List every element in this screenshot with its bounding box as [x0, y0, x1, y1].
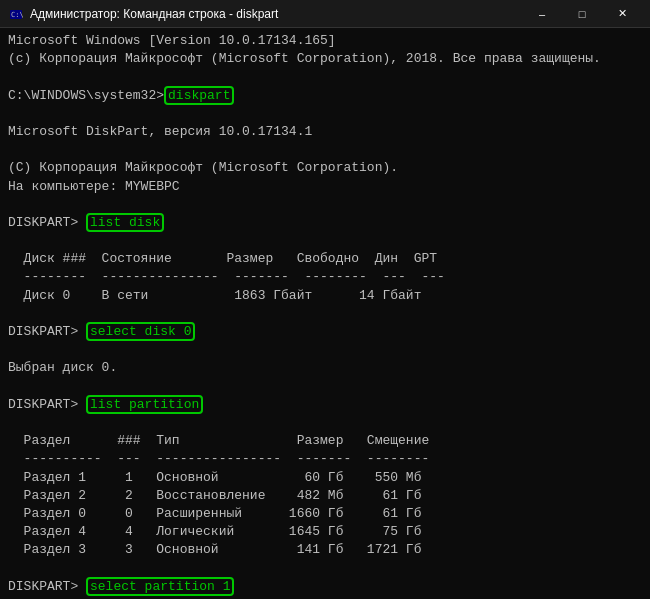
line-6: Microsoft DiskPart, версия 10.0.17134.1	[8, 124, 312, 139]
app-icon: C:\	[8, 6, 24, 22]
maximize-button[interactable]: □	[562, 0, 602, 28]
window-title: Администратор: Командная строка - diskpa…	[30, 7, 522, 21]
prompt-1: DISKPART>	[8, 215, 86, 230]
command-1: diskpart	[164, 86, 234, 105]
svg-text:C:\: C:\	[11, 11, 23, 19]
minimize-button[interactable]: –	[522, 0, 562, 28]
prompt-2: DISKPART>	[8, 324, 86, 339]
table1-header: Диск ### Состояние Размер Свободно Дин G…	[8, 251, 437, 266]
command-4: list partition	[86, 395, 203, 414]
line-14: Выбран диск 0.	[8, 360, 117, 375]
table2-row1: Раздел 1 1 Основной 60 Гб 550 Мб	[8, 470, 421, 485]
line-9: На компьютере: MYWEBPC	[8, 179, 180, 194]
close-button[interactable]: ✕	[602, 0, 642, 28]
line-4: C:\WINDOWS\system32>	[8, 88, 164, 103]
table2-row2: Раздел 2 2 Восстановление 482 Мб 61 Гб	[8, 488, 421, 503]
terminal-output[interactable]: Microsoft Windows [Version 10.0.17134.16…	[0, 28, 650, 599]
line-2: (c) Корпорация Майкрософт (Microsoft Cor…	[8, 51, 601, 66]
command-5: select partition 1	[86, 577, 234, 596]
table2-row3: Раздел 0 0 Расширенный 1660 Гб 61 Гб	[8, 506, 421, 521]
table2-header: Раздел ### Тип Размер Смещение	[8, 433, 429, 448]
table1-sep: -------- --------------- ------- -------…	[8, 269, 445, 284]
prompt-4: DISKPART>	[8, 579, 86, 594]
window-controls: – □ ✕	[522, 0, 642, 28]
table2-sep: ---------- --- ---------------- ------- …	[8, 451, 429, 466]
command-2: list disk	[86, 213, 164, 232]
table2-row5: Раздел 3 3 Основной 141 Гб 1721 Гб	[8, 542, 421, 557]
titlebar: C:\ Администратор: Командная строка - di…	[0, 0, 650, 28]
table2-row4: Раздел 4 4 Логический 1645 Гб 75 Гб	[8, 524, 421, 539]
line-1: Microsoft Windows [Version 10.0.17134.16…	[8, 33, 336, 48]
prompt-3: DISKPART>	[8, 397, 86, 412]
terminal-window: C:\ Администратор: Командная строка - di…	[0, 0, 650, 599]
table1-row1: Диск 0 В сети 1863 Гбайт 14 Гбайт	[8, 288, 421, 303]
line-8: (C) Корпорация Майкрософт (Microsoft Cor…	[8, 160, 398, 175]
command-3: select disk 0	[86, 322, 195, 341]
